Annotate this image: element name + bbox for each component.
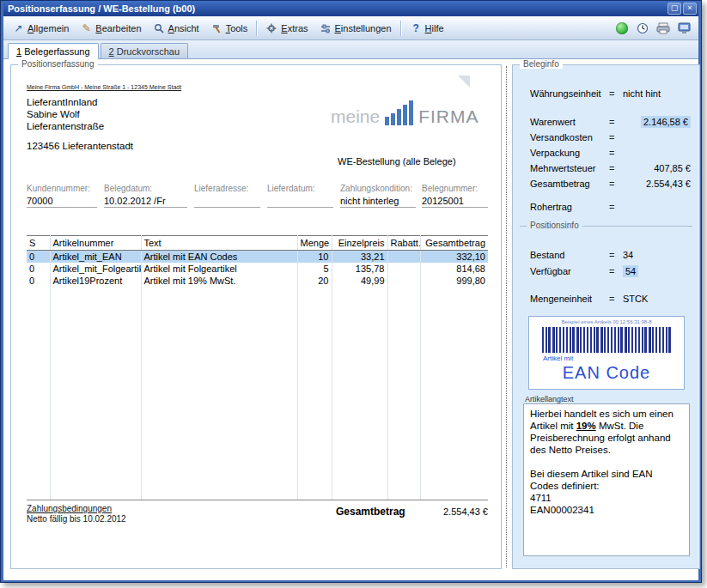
recipient-address: LieferantInnland Sabine Wolf Lieferanten… [27,96,104,132]
cell-artikelnummer: Artikel_mit_EAN [50,251,141,264]
menu-extras[interactable]: Extras [260,21,314,35]
menu-allgemein[interactable]: ↗ Allgemein [7,21,75,35]
pencil-icon: ✎ [81,23,92,33]
beleginfo-row-warenwert: Warenwert = 2.146,58 € [513,114,699,129]
field-value[interactable]: nicht hinterleg [340,196,416,208]
field-kundennummer: Kundennummer: 70000 [27,184,97,208]
faelligkeit-text: Netto fällig bis 10.02.2012 [27,514,126,524]
field-lieferdatum: Lieferdatum: [267,184,333,208]
gesamtbetrag-label: Gesamtbetrag [336,506,405,518]
company-logo: meine FIRMA [331,100,479,125]
positionsinfo-row-bestand: Bestand = 34 [513,247,699,262]
col-header-gesamtbetrag: Gesamtbetrag [420,236,488,251]
menu-bearbeiten[interactable]: ✎ Bearbeiten [75,21,147,35]
row-value-highlighted: 54 [623,265,638,277]
clock-icon [637,22,649,34]
barcode-icon [542,327,671,353]
monitor-button[interactable] [676,21,692,36]
menu-hilfe[interactable]: ? Hilfe [405,21,450,35]
cell-s: 0 [27,251,50,264]
equals-sign: = [609,148,623,158]
field-label: Lieferdatum: [267,184,333,193]
dotted-divider [506,66,507,567]
logo-bars-icon [385,100,413,125]
table-header-row: S Artikelnummer Text Menge Einzelpreis R… [27,236,488,251]
positionserfassung-group: Positionserfassung Meine Firma GmbH - Me… [10,64,502,569]
field-value[interactable]: 10.02.2012 /Fr [104,196,187,208]
window-frame: Positionserfassung / WE-Bestellung (b00)… [0,0,702,583]
tab-label: Druckvorschau [117,46,180,57]
zahlungsbedingungen-link[interactable]: Zahlungsbedingungen [27,504,112,513]
table-row[interactable]: 0 Artikel19Prozent Artikel mit 19% MwSt.… [27,275,488,287]
beleginfo-row-rohertrag: Rohertrag = [513,199,699,214]
monitor-icon [678,22,691,34]
field-value[interactable]: 70000 [27,196,97,208]
cell-text: Artikel mit Folgeartikel [141,263,297,275]
field-belegdatum: Belegdatum: 10.02.2012 /Fr [104,184,187,208]
field-label: Lieferadresse: [194,184,260,193]
field-value[interactable]: 20125001 [422,196,488,208]
toolbar-right-icons [614,21,695,36]
table-row[interactable]: 0 Artikel_mit_EAN Artikel mit EAN Codes … [27,251,488,264]
beleginfo-row-mehrwertsteuer: Mehrwertsteuer = 407,85 € [513,161,699,175]
printer-button[interactable] [655,21,671,36]
cell-menge: 10 [297,251,332,264]
field-label: Kundennummer: [27,184,97,193]
col-header-rabatt: Rabatt. [387,236,420,251]
positionsinfo-label: Positionsinfo [527,221,582,230]
arrow-icon: ↗ [13,23,24,33]
menu-einstellungen[interactable]: Einstellungen [314,21,398,35]
menu-label: Extras [281,23,308,33]
row-label: Währungseinheit [530,88,609,99]
row-value: nicht hint [623,88,691,99]
application-window: Positionserfassung / WE-Bestellung (b00)… [0,0,707,588]
row-label: Verpackung [530,148,609,158]
tab-label: Belegerfassung [24,46,89,57]
cell-gesamtbetrag: 814,68 [420,263,488,275]
address-line: Sabine Wolf [27,108,104,120]
group-label: Beleginfo [520,59,563,69]
menu-ansicht[interactable]: Ansicht [148,21,205,35]
maximize-button[interactable]: ▢ [667,3,681,15]
row-label: Warenwert [530,117,609,127]
langtext-emphasis: 19% [576,421,596,431]
cell-artikelnummer: Artikel_mit_Folgeartikel [50,263,141,275]
field-value[interactable] [267,196,333,208]
langtext-code2: EAN00002341 [530,504,683,516]
clock-button[interactable] [635,21,650,36]
menu-tools[interactable]: Tools [205,21,254,35]
artikellangtext-box: Hierbei handelt es sich um einen Artikel… [523,403,690,556]
positionsinfo-row-mengeneinheit: Mengeneinheit = STCK [513,291,699,306]
field-label: Belegdatum: [104,184,187,193]
cell-einzelpreis: 49,99 [332,275,387,287]
cell-gesamtbetrag: 999,80 [420,275,488,287]
beleginfo-row-waehrungseinheit: Währungseinheit = nicht hint [513,86,699,100]
beleginfo-group: Beleginfo Währungseinheit = nicht hint W… [512,64,700,569]
tab-strip: 1Belegerfassung 2Druckvorschau [3,40,698,59]
menu-label: Hilfe [425,23,444,33]
row-label: Versandkosten [530,132,609,142]
cell-rabatt [387,251,420,264]
address-line: LieferantInnland [27,96,104,108]
globe-button[interactable] [614,21,630,36]
equals-sign: = [609,294,623,304]
row-label: Mehrwertsteuer [530,163,609,173]
title-bar: Positionserfassung / WE-Bestellung (b00)… [3,1,698,16]
window-controls: ▢ × [667,3,698,15]
address-city: 123456 Lieferantenstadt [27,141,133,151]
close-button[interactable]: × [683,3,697,15]
cell-text: Artikel mit EAN Codes [141,251,297,264]
cell-gesamtbetrag: 332,10 [420,251,488,264]
field-value[interactable] [194,196,260,208]
tab-druckvorschau[interactable]: 2Druckvorschau [101,43,188,58]
page-corner-fold [458,76,470,88]
tab-belegerfassung[interactable]: 1Belegerfassung [8,43,99,59]
menu-toolbar: ↗ Allgemein ✎ Bearbeiten Ansicht Tools [3,16,698,40]
gesamtbetrag-value: 2.554,43 € [443,506,488,517]
help-icon: ? [411,23,422,33]
toolbar-separator [256,21,258,36]
table-row[interactable]: 0 Artikel_mit_Folgeartikel Artikel mit F… [27,263,488,275]
col-header-menge: Menge [297,236,332,251]
col-header-s: S [27,236,50,251]
row-label: Gesamtbetrag [530,179,609,189]
